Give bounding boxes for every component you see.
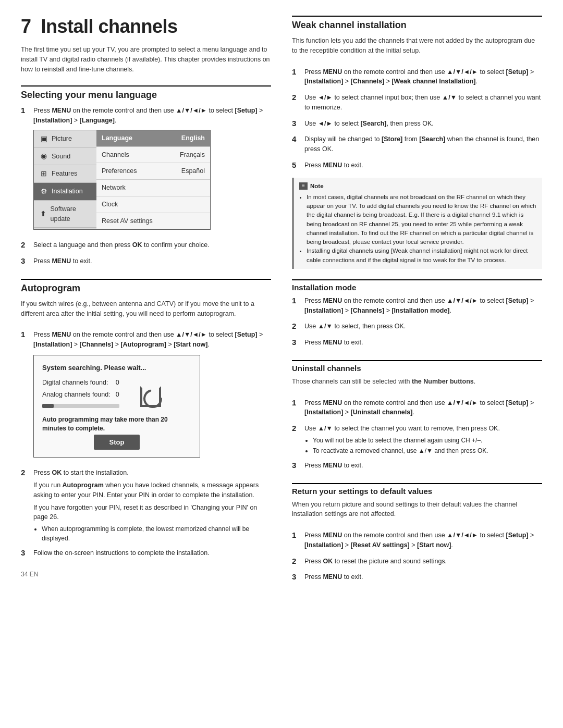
- weak-step-5-text: Press MENU to exit.: [304, 161, 542, 170]
- search-title: System searching. Please wait...: [42, 363, 191, 373]
- menu-right-panel: Language English Channels Français Prefe…: [96, 130, 210, 230]
- section-return-defaults: Return your settings to default values W…: [292, 483, 542, 585]
- stop-button[interactable]: Stop: [94, 435, 140, 450]
- spinner-svg: [142, 388, 163, 409]
- chapter-header: 7 Install channels The first time you se…: [21, 16, 271, 74]
- weak-step-4: 4 Display will be changed to [Store] fro…: [292, 134, 542, 156]
- autoprogram-step-3: 3 Follow the on-screen instructions to c…: [21, 548, 271, 560]
- weak-step-1-text: Press MENU on the remote control and the…: [304, 67, 542, 87]
- section-title-weak-channel: Weak channel installation: [292, 16, 542, 31]
- return-step-3: 3 Press MENU to exit.: [292, 572, 542, 584]
- digital-label: Digital channels found:: [42, 378, 108, 388]
- autoprogram-search-box: System searching. Please wait... Digital…: [33, 355, 200, 458]
- note-title: ≡ Note: [299, 182, 537, 191]
- step-1-text: Press MENU on the remote control and the…: [33, 106, 271, 126]
- note-bullet-1: In most cases, digital channels are not …: [307, 193, 537, 247]
- autoprogram-intro: If you switch wires (e.g., between anten…: [21, 299, 271, 319]
- analog-value: 0: [116, 390, 119, 400]
- uninstall-bullet-1: You will not be able to select the chann…: [313, 436, 542, 445]
- autoprogram-step-2b: If you run Autoprogram when you have loc…: [33, 480, 271, 500]
- uninstall-intro: Those channels can still be selected wit…: [292, 377, 542, 387]
- return-step-2: 2 Press OK to reset the picture and soun…: [292, 557, 542, 569]
- progress-bar-fill: [42, 404, 54, 408]
- step-1: 1 Press MENU on the remote control and t…: [21, 106, 271, 236]
- language-menu-screenshot: ▣ Picture ◉ Sound ⊞ Features: [33, 130, 211, 230]
- menu-right-preferences: Preferences Español: [96, 163, 210, 180]
- weak-step-2: 2 Use ◄/► to select channel input box; t…: [292, 93, 542, 115]
- sound-icon: ◉: [39, 152, 48, 161]
- return-step-2-text: Press OK to reset the picture and sound …: [304, 557, 542, 566]
- footer-text: 34 EN: [21, 571, 38, 578]
- autoprogram-step-3-text: Follow the on-screen instructions to com…: [33, 548, 271, 558]
- step-2: 2 Select a language and then press OK to…: [21, 240, 271, 252]
- menu-left-panel: ▣ Picture ◉ Sound ⊞ Features: [34, 130, 96, 230]
- install-mode-step-3-text: Press MENU to exit.: [304, 338, 542, 348]
- install-mode-step-3: 3 Press MENU to exit.: [292, 338, 542, 350]
- progress-bar-outer: [42, 404, 119, 408]
- menu-right-channels: Channels Français: [96, 147, 210, 164]
- autoprogram-step-1-text: Press MENU on the remote control and the…: [33, 330, 271, 350]
- uninstall-bullet-2: To reactivate a removed channel, use ▲/▼…: [313, 446, 542, 455]
- weak-step-3-text: Use ◄/► to select [Search], then press O…: [304, 119, 542, 129]
- section-weak-channel: Weak channel installation This function …: [292, 16, 542, 269]
- note-icon: ≡: [299, 182, 308, 190]
- autoprogram-step-1: 1 Press MENU on the remote control and t…: [21, 330, 271, 464]
- chapter-num: 7: [21, 16, 31, 37]
- menu-right-clock: Clock: [96, 196, 210, 213]
- analog-label: Analog channels found:: [42, 390, 111, 400]
- picture-icon: ▣: [39, 134, 48, 143]
- note-box: ≡ Note In most cases, digital channels a…: [292, 178, 542, 269]
- weak-step-2-text: Use ◄/► to select channel input box; the…: [304, 93, 542, 113]
- digital-value: 0: [116, 378, 119, 388]
- section-installation-mode: Installation mode 1 Press MENU on the re…: [292, 279, 542, 350]
- menu-item-sound: ◉ Sound: [34, 148, 96, 166]
- uninstall-step-3: 3 Press MENU to exit.: [292, 461, 542, 473]
- installation-icon: ⚙: [39, 187, 48, 196]
- step-3: 3 Press MENU to exit.: [21, 256, 271, 268]
- install-mode-step-1-text: Press MENU on the remote control and the…: [304, 296, 542, 316]
- section-title-uninstall-channels: Uninstall channels: [292, 360, 542, 373]
- menu-item-picture: ▣ Picture: [34, 130, 96, 148]
- autoprogram-bullet-1: When autoprogramming is complete, the lo…: [42, 524, 271, 543]
- uninstall-step-2-text: Use ▲/▼ to select the channel you want t…: [304, 424, 542, 434]
- step-3-text: Press MENU to exit.: [33, 256, 271, 266]
- intro-text: The first time you set up your TV, you a…: [21, 45, 271, 74]
- return-defaults-intro: When you return picture and sound settin…: [292, 500, 542, 520]
- weak-step-1: 1 Press MENU on the remote control and t…: [292, 67, 542, 89]
- autoprogram-step-2c: If you have forgotten your PIN, reset it…: [33, 503, 271, 523]
- note-bullet-2: Installing digital channels using [Weak …: [307, 246, 537, 265]
- autoprogram-step-2-text: Press OK to start the installation.: [33, 468, 271, 478]
- search-note: Auto programming may take more than 20 m…: [42, 415, 191, 433]
- section-title-autoprogram: Autoprogram: [21, 279, 271, 294]
- autoprogram-step-2: 2 Press OK to start the installation. If…: [21, 468, 271, 544]
- uninstall-step-2: 2 Use ▲/▼ to select the channel you want…: [292, 424, 542, 456]
- section-autoprogram: Autoprogram If you switch wires (e.g., b…: [21, 279, 271, 560]
- analog-found-row: Analog channels found: 0: [42, 390, 119, 400]
- install-mode-step-1: 1 Press MENU on the remote control and t…: [292, 296, 542, 318]
- page-footer: 34 EN: [21, 571, 271, 578]
- menu-item-software-update: ⬆ Software update: [34, 201, 96, 228]
- section-title-installation-mode: Installation mode: [292, 279, 542, 292]
- features-icon: ⊞: [39, 169, 48, 179]
- menu-right-language: Language English: [96, 130, 210, 147]
- uninstall-step-1-text: Press MENU on the remote control and the…: [304, 398, 542, 418]
- uninstall-step-3-text: Press MENU to exit.: [304, 461, 542, 471]
- digital-found-row: Digital channels found: 0: [42, 378, 119, 388]
- weak-step-3: 3 Use ◄/► to select [Search], then press…: [292, 119, 542, 131]
- step-2-text: Select a language and then press OK to c…: [33, 240, 271, 250]
- return-step-3-text: Press MENU to exit.: [304, 572, 542, 582]
- weak-channel-intro: This function lets you add the channels …: [292, 36, 542, 56]
- svg-point-0: [144, 390, 161, 407]
- return-step-1-text: Press MENU on the remote control and the…: [304, 530, 542, 550]
- uninstall-step-1: 1 Press MENU on the remote control and t…: [292, 398, 542, 420]
- spinner-icon: [140, 386, 161, 407]
- return-step-1: 1 Press MENU on the remote control and t…: [292, 530, 542, 552]
- menu-right-network: Network: [96, 180, 210, 196]
- weak-step-4-text: Display will be changed to [Store] from …: [304, 134, 542, 154]
- menu-right-reset-av: Reset AV settings: [96, 213, 210, 230]
- install-mode-step-2-text: Use ▲/▼ to select, then press OK.: [304, 322, 542, 331]
- chapter-title: Install channels: [41, 16, 178, 37]
- section-title-select-language: Selecting your menu language: [21, 85, 271, 101]
- section-uninstall-channels: Uninstall channels Those channels can st…: [292, 360, 542, 473]
- section-title-return-defaults: Return your settings to default values: [292, 483, 542, 496]
